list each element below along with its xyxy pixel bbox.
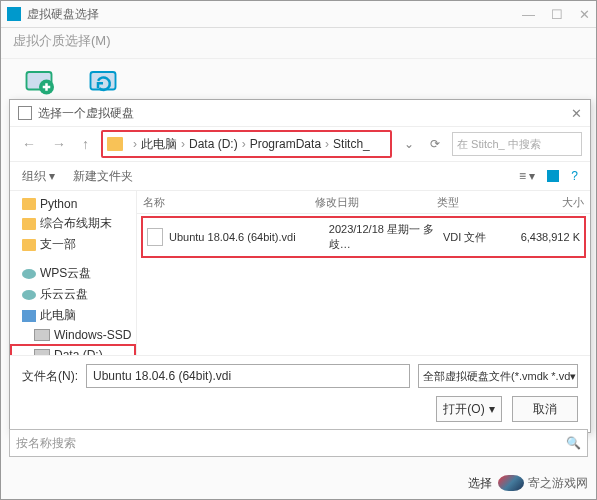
reload-icon[interactable]: ⟳ bbox=[426, 137, 444, 151]
svg-rect-2 bbox=[91, 72, 116, 90]
search-glass-icon: 🔍 bbox=[566, 436, 581, 450]
file-icon bbox=[147, 228, 163, 246]
dialog-search-input[interactable]: 在 Stitch_ 中搜索 bbox=[452, 132, 582, 156]
help-icon[interactable]: ? bbox=[571, 169, 578, 183]
minimize-icon[interactable]: — bbox=[522, 7, 535, 22]
file-name: Ubuntu 18.04.6 (64bit).vdi bbox=[169, 231, 329, 243]
folder-icon bbox=[107, 137, 123, 151]
tree-item-thispc[interactable]: 此电脑 bbox=[10, 305, 136, 326]
outer-menu[interactable]: 虚拟介质选择(M) bbox=[1, 28, 596, 59]
tree-item-wps[interactable]: WPS云盘 bbox=[10, 263, 136, 284]
view-list-icon[interactable]: ≡ ▾ bbox=[519, 169, 535, 183]
col-date[interactable]: 修改日期 bbox=[315, 195, 438, 210]
chevron-right-icon: › bbox=[133, 137, 137, 151]
dialog-buttons: 打开(O) ▾ 取消 bbox=[10, 396, 590, 432]
vm-disk-window: 虚拟硬盘选择 — ☐ ✕ 虚拟介质选择(M) 注册(A) 刷新(R) 选择一个虚… bbox=[0, 0, 597, 500]
tree-item-comp[interactable]: 综合布线期末 bbox=[10, 213, 136, 234]
dialog-toolbar: 组织 ▾ 新建文件夹 ≡ ▾ ? bbox=[10, 162, 590, 191]
up-icon[interactable]: ↑ bbox=[78, 136, 93, 152]
file-list: 名称 修改日期 类型 大小 Ubuntu 18.04.6 (64bit).vdi… bbox=[137, 191, 590, 355]
crumb-stitch[interactable]: Stitch_ bbox=[333, 137, 370, 151]
brand-logo-icon bbox=[498, 475, 524, 491]
dialog-close-icon[interactable]: ✕ bbox=[571, 106, 582, 121]
filename-row: 文件名(N): Ubuntu 18.04.6 (64bit).vdi 全部虚拟硬… bbox=[10, 355, 590, 396]
window-controls: — ☐ ✕ bbox=[522, 7, 590, 22]
forward-icon[interactable]: → bbox=[48, 136, 70, 152]
chevron-right-icon: › bbox=[242, 137, 246, 151]
filetype-filter[interactable]: 全部虚拟硬盘文件(*.vmdk *.vd▾ bbox=[418, 364, 578, 388]
name-search-input[interactable]: 按名称搜索 🔍 bbox=[9, 429, 588, 457]
tree-item-data-selected[interactable]: Data (D:) bbox=[10, 344, 136, 355]
file-type: VDI 文件 bbox=[443, 230, 512, 245]
outer-title-text: 虚拟硬盘选择 bbox=[27, 6, 99, 23]
address-bar-row: ← → ↑ › 此电脑 › Data (D:) › ProgramData › … bbox=[10, 127, 590, 162]
file-row-selected[interactable]: Ubuntu 18.04.6 (64bit).vdi 2023/12/18 星期… bbox=[141, 216, 586, 258]
search-placeholder: 按名称搜索 bbox=[16, 435, 76, 452]
file-size: 6,438,912 K bbox=[512, 231, 581, 243]
dialog-icon bbox=[18, 106, 32, 120]
dropdown-icon[interactable]: ⌄ bbox=[400, 137, 418, 151]
file-dialog: 选择一个虚拟硬盘 ✕ ← → ↑ › 此电脑 › Data (D:) › Pro… bbox=[9, 99, 591, 433]
chevron-right-icon: › bbox=[181, 137, 185, 151]
col-size[interactable]: 大小 bbox=[511, 195, 585, 210]
list-header: 名称 修改日期 类型 大小 bbox=[137, 191, 590, 214]
crumb-data[interactable]: Data (D:) bbox=[189, 137, 238, 151]
tree-item-zyb[interactable]: 支一部 bbox=[10, 234, 136, 255]
app-icon bbox=[7, 7, 21, 21]
crumb-thispc[interactable]: 此电脑 bbox=[141, 136, 177, 153]
status-label: 选择 bbox=[468, 475, 492, 492]
dialog-titlebar: 选择一个虚拟硬盘 ✕ bbox=[10, 100, 590, 127]
close-icon[interactable]: ✕ bbox=[579, 7, 590, 22]
tree-item-lzy[interactable]: 乐云云盘 bbox=[10, 284, 136, 305]
filename-label: 文件名(N): bbox=[22, 368, 78, 385]
col-type[interactable]: 类型 bbox=[437, 195, 511, 210]
breadcrumb[interactable]: › 此电脑 › Data (D:) › ProgramData › Stitch… bbox=[101, 130, 392, 158]
tree-item-python[interactable]: Python bbox=[10, 195, 136, 213]
back-icon[interactable]: ← bbox=[18, 136, 40, 152]
preview-pane-icon[interactable] bbox=[547, 170, 559, 182]
filename-input[interactable]: Ubuntu 18.04.6 (64bit).vdi bbox=[86, 364, 410, 388]
outer-titlebar: 虚拟硬盘选择 — ☐ ✕ bbox=[1, 1, 596, 28]
new-folder-button[interactable]: 新建文件夹 bbox=[73, 168, 133, 185]
maximize-icon[interactable]: ☐ bbox=[551, 7, 563, 22]
status-bar: 选择 寄之游戏网 bbox=[1, 467, 596, 499]
dialog-content: Python 综合布线期末 支一部 WPS云盘 乐云云盘 此电脑 Windows… bbox=[10, 191, 590, 355]
organize-button[interactable]: 组织 ▾ bbox=[22, 168, 55, 185]
dialog-title-text: 选择一个虚拟硬盘 bbox=[38, 105, 134, 122]
crumb-programdata[interactable]: ProgramData bbox=[250, 137, 321, 151]
file-date: 2023/12/18 星期一 多歧… bbox=[329, 222, 443, 252]
brand-text: 寄之游戏网 bbox=[528, 475, 588, 492]
col-name[interactable]: 名称 bbox=[143, 195, 315, 210]
list-body: Ubuntu 18.04.6 (64bit).vdi 2023/12/18 星期… bbox=[137, 214, 590, 355]
folder-tree: Python 综合布线期末 支一部 WPS云盘 乐云云盘 此电脑 Windows… bbox=[10, 191, 137, 355]
open-button[interactable]: 打开(O) ▾ bbox=[436, 396, 502, 422]
tree-item-winssd[interactable]: Windows-SSD bbox=[10, 326, 136, 344]
cancel-button[interactable]: 取消 bbox=[512, 396, 578, 422]
chevron-right-icon: › bbox=[325, 137, 329, 151]
